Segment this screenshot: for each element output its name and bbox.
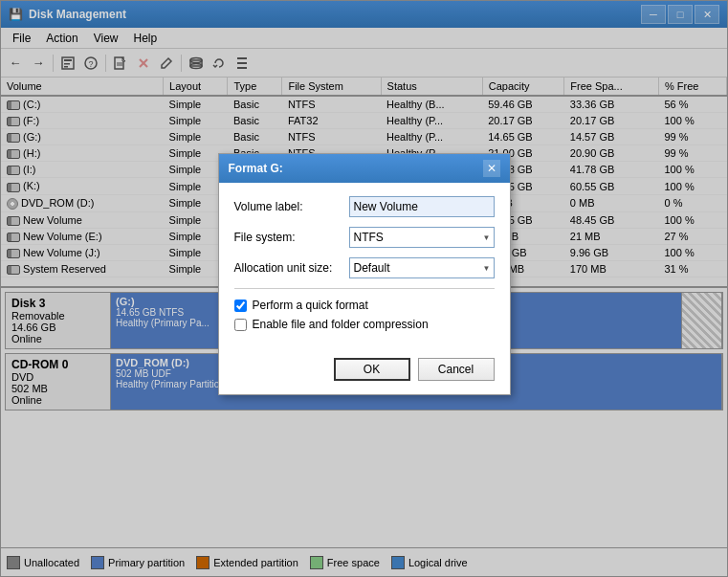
volume-label-text: Volume label: [234, 200, 349, 213]
allocation-unit-label: Allocation unit size: [234, 261, 349, 275]
dialog-body: Volume label: File system: NTFS FAT32 ex… [219, 183, 510, 350]
dialog-divider [234, 288, 495, 289]
quick-format-label: Perform a quick format [253, 299, 368, 312]
ok-button[interactable]: OK [334, 358, 410, 381]
file-system-control: NTFS FAT32 exFAT ▼ [349, 227, 495, 248]
format-dialog: Format G: ✕ Volume label: File system: N… [218, 153, 511, 395]
dialog-title-text: Format G: [229, 162, 283, 175]
file-system-select[interactable]: NTFS FAT32 exFAT [349, 227, 495, 248]
compression-label: Enable file and folder compression [253, 318, 429, 331]
quick-format-row: Perform a quick format [234, 299, 495, 312]
allocation-unit-control: Default 512 1024 2048 4096 ▼ [349, 257, 495, 278]
volume-label-row: Volume label: [234, 196, 495, 217]
allocation-unit-row: Allocation unit size: Default 512 1024 2… [234, 257, 495, 278]
dialog-close-button[interactable]: ✕ [483, 160, 500, 177]
quick-format-checkbox[interactable] [234, 300, 247, 312]
file-system-row: File system: NTFS FAT32 exFAT ▼ [234, 227, 495, 248]
dialog-footer: OK Cancel [219, 350, 510, 394]
volume-label-control [349, 196, 495, 217]
dialog-title-bar: Format G: ✕ [219, 154, 510, 183]
allocation-unit-select[interactable]: Default 512 1024 2048 4096 [349, 257, 495, 278]
modal-overlay: Format G: ✕ Volume label: File system: N… [0, 0, 728, 577]
compression-checkbox[interactable] [234, 319, 247, 331]
file-system-label: File system: [234, 231, 349, 244]
volume-label-input[interactable] [349, 196, 495, 217]
compression-row: Enable file and folder compression [234, 318, 495, 331]
cancel-button[interactable]: Cancel [418, 358, 495, 381]
